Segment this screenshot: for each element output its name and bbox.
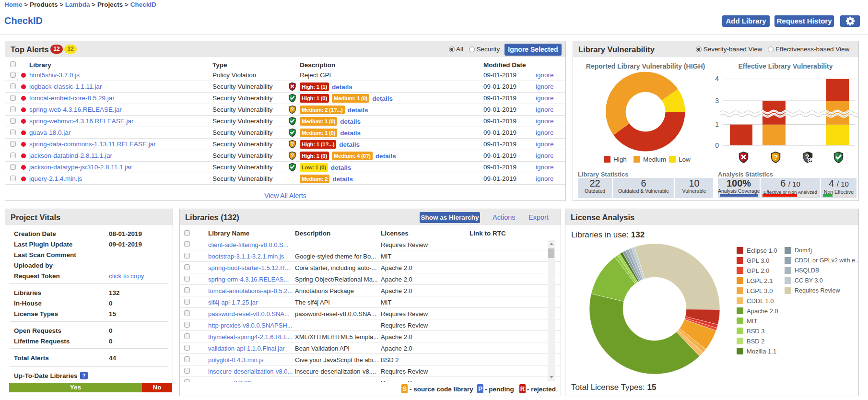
svg-text:4: 4	[715, 75, 719, 82]
svg-text:Medium: Medium	[643, 156, 666, 163]
svg-text:High: High	[613, 156, 627, 163]
svg-text:?: ?	[291, 141, 294, 147]
svg-text:?: ?	[774, 153, 778, 161]
svg-text:Low: Low	[679, 156, 691, 163]
svg-text:3: 3	[715, 97, 719, 105]
svg-text:1: 1	[715, 120, 719, 128]
svg-text:?: ?	[291, 106, 294, 112]
svg-text:?: ?	[291, 153, 294, 158]
svg-text:0: 0	[715, 141, 719, 149]
